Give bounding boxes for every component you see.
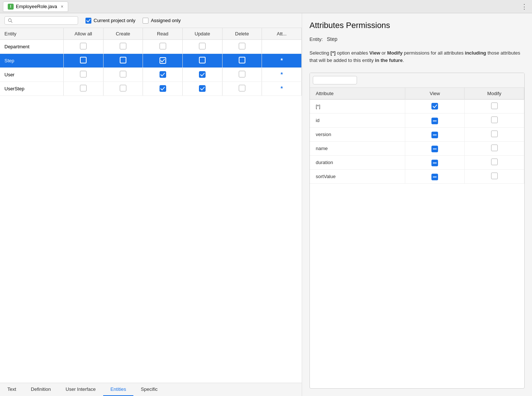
read-checkbox[interactable] xyxy=(160,57,166,64)
update-checkbox[interactable] xyxy=(199,43,206,49)
attr-search-box[interactable] xyxy=(313,76,357,84)
attr-cell[interactable]: * xyxy=(262,82,302,96)
view-checkbox[interactable] xyxy=(431,132,438,138)
modify-checkbox[interactable] xyxy=(491,117,498,123)
current-project-label: Current project only xyxy=(94,18,135,23)
attr-cell[interactable]: * xyxy=(262,68,302,82)
menu-dots-button[interactable]: ⋮ xyxy=(519,1,529,12)
create-checkbox[interactable] xyxy=(120,71,126,77)
attr-modify-cell[interactable] xyxy=(465,100,524,114)
file-tab[interactable]: I EmployeeRole.java × xyxy=(3,1,68,12)
current-project-checkbox[interactable] xyxy=(85,18,91,24)
modify-checkbox[interactable] xyxy=(491,173,498,179)
read-cell[interactable] xyxy=(143,40,183,54)
attr-view-cell[interactable] xyxy=(405,114,465,128)
tab-entities[interactable]: Entities xyxy=(103,383,134,396)
attr-view-cell[interactable] xyxy=(405,156,465,170)
search-input[interactable] xyxy=(14,18,73,23)
col-delete: Delete xyxy=(222,28,262,40)
checkmark-icon xyxy=(433,104,437,109)
attr-modify-cell[interactable] xyxy=(465,114,524,128)
current-project-checkbox-label[interactable]: Current project only xyxy=(85,18,135,24)
create-checkbox[interactable] xyxy=(120,43,126,49)
attr-search-input[interactable] xyxy=(318,77,377,83)
right-panel: Attributes Permissions Entity: Step Sele… xyxy=(302,13,532,396)
tab-user-interface[interactable]: User Interface xyxy=(58,383,103,396)
modify-checkbox[interactable] xyxy=(491,131,498,137)
bold-future: in the future xyxy=(375,58,403,63)
read-cell[interactable] xyxy=(143,68,183,82)
assigned-only-checkbox-label[interactable]: Assigned only xyxy=(143,18,181,24)
attr-name: version xyxy=(310,128,405,142)
allow-all-cell[interactable] xyxy=(63,40,103,54)
modify-checkbox[interactable] xyxy=(491,159,498,165)
tab-text[interactable]: Text xyxy=(0,383,24,396)
view-checkbox[interactable] xyxy=(431,174,438,180)
delete-cell[interactable] xyxy=(222,40,262,54)
update-checkbox[interactable] xyxy=(199,71,206,78)
attr-col-attribute: Attribute xyxy=(310,88,405,100)
tab-specific[interactable]: Specific xyxy=(133,383,165,396)
attr-cell[interactable]: * xyxy=(262,54,302,68)
read-checkbox[interactable] xyxy=(160,85,166,92)
allow-all-cell[interactable] xyxy=(63,68,103,82)
table-row[interactable]: Step xyxy=(0,54,302,68)
update-cell[interactable] xyxy=(182,68,222,82)
read-cell[interactable] xyxy=(143,54,183,68)
allow-all-checkbox[interactable] xyxy=(80,85,87,91)
attr-modify-cell[interactable] xyxy=(465,170,524,184)
modify-checkbox[interactable] xyxy=(491,103,498,109)
allow-all-checkbox[interactable] xyxy=(80,71,87,77)
update-cell[interactable] xyxy=(182,40,222,54)
attr-permissions-title: Attributes Permissions xyxy=(309,21,525,30)
create-cell[interactable] xyxy=(103,68,143,82)
attr-modify-cell[interactable] xyxy=(465,128,524,142)
col-read: Read xyxy=(143,28,183,40)
attr-view-cell[interactable] xyxy=(405,142,465,156)
attr-view-cell[interactable] xyxy=(405,170,465,184)
allow-all-checkbox[interactable] xyxy=(80,43,87,49)
view-checkbox[interactable] xyxy=(431,146,438,152)
update-checkbox[interactable] xyxy=(199,57,206,63)
search-box[interactable] xyxy=(4,16,78,25)
attr-view-cell[interactable] xyxy=(405,100,465,114)
delete-checkbox[interactable] xyxy=(239,71,245,77)
delete-checkbox[interactable] xyxy=(239,57,245,63)
delete-checkbox[interactable] xyxy=(239,43,245,49)
delete-cell[interactable] xyxy=(222,82,262,96)
tab-bar-left: I EmployeeRole.java × xyxy=(3,1,68,12)
create-cell[interactable] xyxy=(103,54,143,68)
view-checkbox[interactable] xyxy=(431,103,438,110)
modify-checkbox[interactable] xyxy=(491,145,498,151)
attr-table: Attribute View Modify [*] xyxy=(310,88,524,184)
read-cell[interactable] xyxy=(143,82,183,96)
attr-row: id xyxy=(310,114,524,128)
tab-close-button[interactable]: × xyxy=(61,4,63,9)
allow-all-checkbox[interactable] xyxy=(80,57,87,63)
update-checkbox[interactable] xyxy=(199,85,206,92)
tab-definition[interactable]: Definition xyxy=(24,383,58,396)
attr-modify-cell[interactable] xyxy=(465,142,524,156)
allow-all-cell[interactable] xyxy=(63,54,103,68)
create-checkbox[interactable] xyxy=(120,85,126,91)
read-checkbox[interactable] xyxy=(160,71,166,78)
delete-cell[interactable] xyxy=(222,68,262,82)
update-cell[interactable] xyxy=(182,82,222,96)
create-cell[interactable] xyxy=(103,82,143,96)
view-checkbox[interactable] xyxy=(431,118,438,124)
app-window: I EmployeeRole.java × ⋮ xyxy=(0,0,532,396)
delete-checkbox[interactable] xyxy=(239,85,245,91)
attr-modify-cell[interactable] xyxy=(465,156,524,170)
tab-bar: I EmployeeRole.java × ⋮ xyxy=(0,0,532,13)
assigned-only-checkbox[interactable] xyxy=(143,18,148,24)
allow-all-cell[interactable] xyxy=(63,82,103,96)
delete-cell[interactable] xyxy=(222,54,262,68)
checkmark-icon xyxy=(200,86,205,91)
update-cell[interactable] xyxy=(182,54,222,68)
read-checkbox[interactable] xyxy=(160,43,166,49)
view-checkbox[interactable] xyxy=(431,160,438,166)
create-cell[interactable] xyxy=(103,40,143,54)
attr-row: version xyxy=(310,128,524,142)
attr-view-cell[interactable] xyxy=(405,128,465,142)
create-checkbox[interactable] xyxy=(120,57,126,63)
